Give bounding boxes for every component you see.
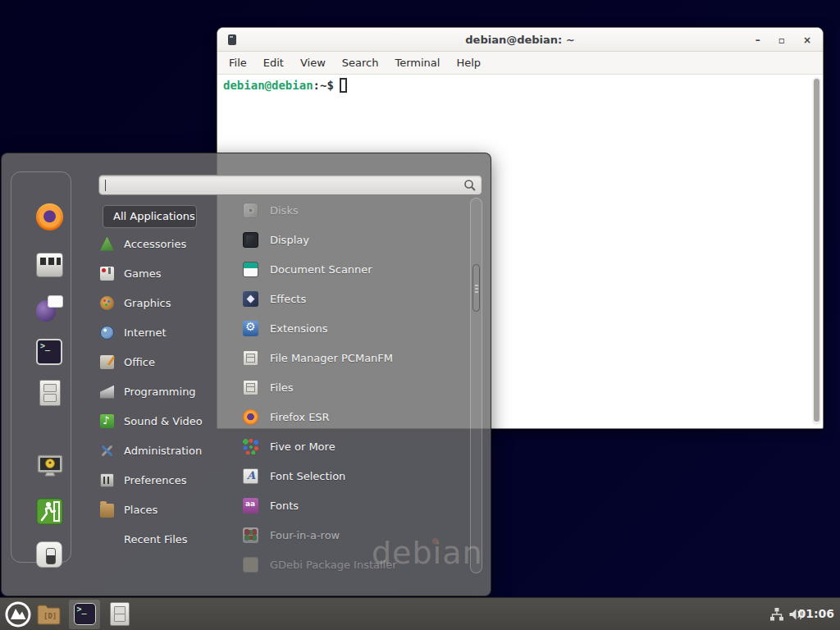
administration-icon [100, 444, 114, 458]
app-item-disks[interactable]: Disks [236, 195, 469, 225]
category-office[interactable]: Office [100, 347, 223, 377]
category-administration[interactable]: Administration [100, 436, 223, 465]
terminal-menu-edit[interactable]: Edit [255, 52, 292, 75]
extensions-icon [243, 321, 258, 336]
category-label: Preferences [124, 474, 186, 486]
minimize-button[interactable]: – [756, 35, 760, 45]
category-places[interactable]: Places [100, 495, 223, 524]
category-label: Graphics [124, 297, 171, 309]
close-button[interactable]: × [803, 35, 811, 45]
app-item-label: Disks [270, 204, 299, 217]
category-recent-files[interactable]: Recent Files [100, 524, 223, 554]
favorites-panel [11, 171, 71, 563]
terminal-app-icon [228, 34, 236, 45]
fonts-icon [243, 498, 258, 514]
file-cabinet-icon [243, 380, 258, 395]
accessories-icon [100, 237, 114, 251]
category-label: Places [124, 504, 158, 516]
logout-icon [36, 498, 63, 525]
terminal-menu-terminal[interactable]: Terminal [386, 52, 448, 75]
prompt-user-host: debian@debian [223, 79, 313, 92]
preferences-icon [100, 473, 114, 487]
lock-screen-icon [36, 454, 64, 477]
terminal-scrollbar[interactable] [812, 77, 821, 425]
app-item-file-manager-pcmanfm[interactable]: File Manager PCManFM [236, 343, 469, 372]
app-item-document-scanner[interactable]: Document Scanner [236, 254, 469, 284]
effects-icon [243, 291, 258, 307]
favorite-terminal-button[interactable] [36, 339, 64, 367]
app-item-firefox-esr[interactable]: Firefox ESR [236, 402, 469, 431]
font-selection-icon [243, 468, 258, 484]
internet-icon [100, 326, 114, 340]
app-item-label: Four-in-a-row [270, 529, 340, 541]
category-label: Internet [124, 326, 167, 339]
favorite-file-manager-button[interactable] [36, 380, 64, 408]
lock-screen-button[interactable] [36, 454, 64, 482]
sound-video-icon [100, 414, 114, 428]
filter-all-applications[interactable]: All Applications [103, 205, 197, 228]
display-icon [243, 232, 258, 248]
category-games[interactable]: Games [100, 258, 223, 288]
app-item-display[interactable]: Display [236, 225, 469, 254]
app-item-label: Files [270, 381, 294, 394]
programming-icon [100, 385, 114, 399]
app-item-gdebi-package-installer[interactable]: GDebi Package Installer [236, 550, 469, 579]
search-input[interactable] [99, 176, 482, 194]
favorite-mixer-button[interactable] [36, 251, 64, 279]
category-label: Office [124, 356, 155, 368]
category-sound-video[interactable]: Sound & Video [100, 406, 223, 436]
app-list-scrollbar-thumb[interactable] [472, 264, 480, 312]
office-icon [100, 355, 114, 369]
firefox-icon [243, 409, 258, 425]
logout-button[interactable] [36, 498, 64, 526]
app-item-four-in-a-row[interactable]: Four-in-a-row [236, 520, 469, 550]
disks-icon [243, 203, 258, 218]
network-tray-icon[interactable] [769, 607, 784, 622]
terminal-menu-help[interactable]: Help [448, 52, 489, 75]
menu-button[interactable] [5, 601, 31, 628]
files-launcher[interactable] [110, 602, 130, 626]
application-menu: All Applications AccessoriesGamesGraphic… [1, 153, 491, 596]
taskbar-terminal-window-button[interactable] [69, 600, 100, 629]
terminal-titlebar[interactable]: debian@debian: ~ – ▫ × [217, 28, 823, 52]
desktop: { "wallpaper": { "watermark": "debian" }… [0, 0, 840, 630]
app-item-files[interactable]: Files [236, 372, 469, 402]
category-label: Recent Files [124, 533, 188, 546]
search-box[interactable] [98, 175, 482, 195]
terminal-menu-search[interactable]: Search [334, 52, 387, 75]
firefox-icon [36, 203, 63, 231]
category-internet[interactable]: Internet [100, 317, 223, 347]
terminal-menu-file[interactable]: File [221, 52, 255, 75]
application-list: DisksDisplayDocument ScannerEffectsExten… [236, 195, 469, 579]
folder-icon: [D] [36, 603, 62, 626]
file-cabinet-icon [39, 380, 61, 406]
shutdown-button[interactable] [36, 541, 64, 569]
app-item-effects[interactable]: Effects [236, 284, 469, 313]
app-item-five-or-more[interactable]: Five or More [236, 431, 469, 461]
category-graphics[interactable]: Graphics [100, 288, 223, 317]
category-accessories[interactable]: Accessories [100, 229, 223, 258]
app-item-font-selection[interactable]: Font Selection [236, 461, 469, 491]
clock[interactable]: 01:06 [797, 607, 834, 620]
file-manager-launcher[interactable]: [D] [36, 603, 62, 626]
category-label: Programming [124, 386, 196, 398]
app-item-label: Document Scanner [270, 263, 372, 276]
prompt-path: :~$ [313, 79, 334, 92]
favorite-pidgin-button[interactable] [36, 295, 64, 323]
terminal-scrollbar-thumb[interactable] [814, 79, 819, 422]
places-icon [100, 504, 114, 518]
app-item-fonts[interactable]: Fonts [236, 491, 469, 520]
file-cabinet-icon [243, 350, 258, 366]
app-list-scrollbar[interactable] [470, 198, 482, 573]
terminal-icon [74, 603, 96, 625]
maximize-button[interactable]: ▫ [778, 35, 785, 45]
terminal-menu-view[interactable]: View [292, 52, 334, 75]
category-programming[interactable]: Programming [100, 377, 223, 406]
category-preferences[interactable]: Preferences [100, 465, 223, 495]
document-scanner-icon [243, 262, 258, 277]
app-item-extensions[interactable]: Extensions [236, 313, 469, 343]
search-icon [463, 179, 477, 192]
category-list: AccessoriesGamesGraphicsInternetOfficePr… [100, 229, 223, 554]
favorite-firefox-button[interactable] [36, 203, 64, 231]
taskbar: [D] 01:06 [0, 597, 840, 630]
